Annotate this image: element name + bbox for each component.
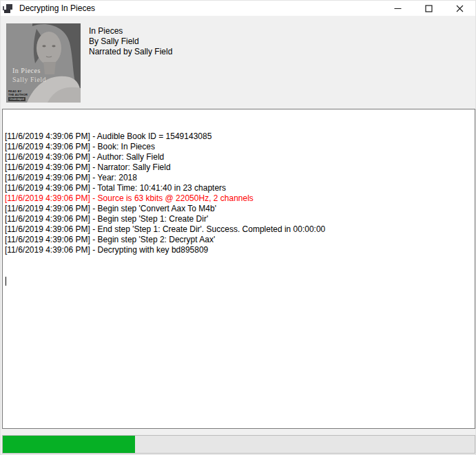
book-narrator: Narrated by Sally Field (89, 47, 172, 57)
log-line: [11/6/2019 4:39:06 PM] - Audible Book ID… (5, 131, 473, 142)
log-line: [11/6/2019 4:39:06 PM] - Year: 2018 (5, 173, 473, 183)
minimize-button[interactable] (382, 1, 413, 16)
cover-read-by-badge: READ BY THE AUTHOR (8, 89, 28, 96)
log-line: [11/6/2019 4:39:06 PM] - Begin step 'Con… (5, 204, 473, 214)
log-line: [11/6/2019 4:39:06 PM] - Source is 63 kb… (5, 193, 473, 204)
log-line: [11/6/2019 4:39:06 PM] - Begin step 'Ste… (5, 214, 473, 224)
log-line: [11/6/2019 4:39:06 PM] - Begin step 'Ste… (5, 235, 473, 245)
log-line: [11/6/2019 4:39:06 PM] - Decrypting with… (5, 245, 473, 255)
log-line: [11/6/2019 4:39:06 PM] - Narrator: Sally… (5, 162, 473, 173)
log-line: [11/6/2019 4:39:06 PM] - Author: Sally F… (5, 152, 473, 162)
log-line: [11/6/2019 4:39:06 PM] - End step 'Step … (5, 224, 473, 235)
cover-author-text: Sally Field (12, 76, 46, 83)
maximize-button[interactable] (413, 1, 444, 16)
minimize-icon (394, 5, 402, 12)
caret-line (5, 276, 473, 286)
book-title: In Pieces (89, 26, 172, 36)
close-button[interactable] (444, 1, 475, 16)
book-info: In Pieces By Sally Field Narrated by Sal… (89, 26, 172, 57)
title-bar[interactable]: Decrypting In Pieces (1, 1, 475, 16)
app-icon (3, 3, 13, 13)
window-title: Decrypting In Pieces (19, 3, 95, 13)
cover-title-text: In Pieces (12, 66, 41, 75)
log-textbox[interactable]: [11/6/2019 4:39:06 PM] - Audible Book ID… (2, 109, 475, 429)
maximize-icon (425, 5, 433, 12)
text-caret (6, 277, 6, 286)
cover-unabridged-badge: Unabridged (8, 97, 25, 101)
app-window: Decrypting In Pieces (0, 0, 476, 455)
log-entries: [11/6/2019 4:39:06 PM] - Audible Book ID… (5, 131, 473, 255)
book-cover-image: In Pieces Sally Field READ BY THE AUTHOR… (6, 23, 81, 103)
log-line: [11/6/2019 4:39:06 PM] - Book: In Pieces (5, 142, 473, 152)
log-line: [11/6/2019 4:39:06 PM] - Total Time: 10:… (5, 183, 473, 193)
close-icon (456, 5, 464, 12)
book-author: By Sally Field (89, 36, 172, 47)
progress-bar (2, 435, 475, 454)
progress-fill (3, 436, 135, 453)
